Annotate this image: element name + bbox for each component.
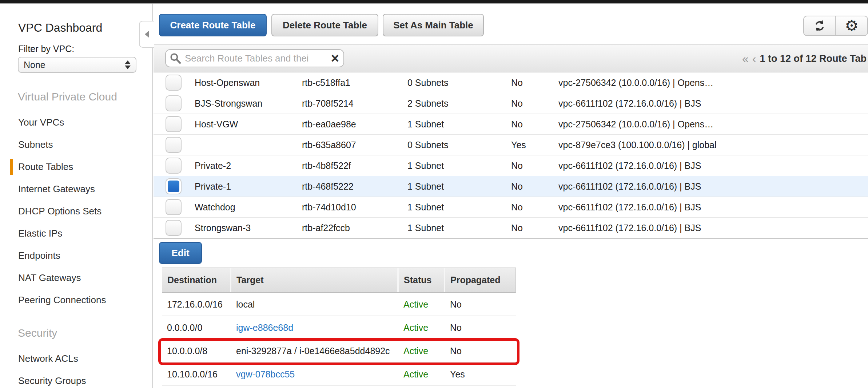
filter-by-vpc-label: Filter by VPC: (18, 44, 74, 54)
route-row[interactable]: 0.0.0.0/0igw-e886e68dActiveNo (162, 316, 516, 340)
select-arrows-icon (125, 60, 131, 69)
route-table-row[interactable]: rtb-635a86070 SubnetsYesvpc-879e7ce3 (10… (154, 135, 868, 155)
sidebar-item-security-groups[interactable]: Security Groups (0, 370, 152, 388)
sidebar-item-subnets[interactable]: Subnets (0, 134, 152, 156)
set-as-main-table-button[interactable]: Set As Main Table (383, 14, 484, 36)
route-table-row[interactable]: Strongswan-3rtb-af22fccb1 SubnetNovpc-66… (154, 218, 868, 239)
row-checkbox[interactable] (166, 178, 182, 194)
row-checkbox[interactable] (166, 220, 182, 236)
cell-destination: 0.0.0.0/0 (162, 322, 231, 333)
sidebar-item-endpoints[interactable]: Endpoints (0, 245, 152, 267)
cell-main-flag: No (511, 78, 558, 88)
cell-status: Active (398, 322, 445, 333)
cell-target[interactable]: vgw-078bcc55 (231, 369, 398, 380)
cell-target: local (231, 299, 398, 310)
route-row[interactable]: 10.10.0.0/16vgw-078bcc55ActiveYes (162, 363, 516, 386)
pagination-text: 1 to 12 of 12 Route Tab (760, 53, 867, 64)
sidebar-item-network-acls[interactable]: Network ACLs (0, 348, 152, 370)
cell-main-flag: No (511, 119, 558, 130)
collapse-arrow-icon (145, 31, 149, 38)
search-icon (170, 52, 181, 64)
vpc-filter-value: None (24, 60, 45, 70)
refresh-button[interactable] (804, 16, 835, 35)
row-checkbox[interactable] (166, 95, 182, 111)
cell-propagated: No (445, 299, 516, 310)
sidebar-item-peering-connections[interactable]: Peering Connections (0, 289, 152, 311)
row-checkbox[interactable] (166, 116, 182, 132)
cell-vpc-info: vpc-6611f102 (172.16.0.0/16) | BJS (558, 223, 868, 233)
top-nav-bar (0, 0, 868, 4)
cell-route-table-id: rtb-c518ffa1 (302, 78, 407, 88)
route-table-row[interactable]: Host-Openswanrtb-c518ffa10 SubnetsNovpc-… (154, 72, 868, 93)
edit-routes-button[interactable]: Edit (159, 242, 202, 264)
sidebar-item-your-vpcs[interactable]: Your VPCs (0, 111, 152, 134)
cell-route-table-id: rtb-468f5222 (302, 181, 407, 192)
checkbox-cell (166, 220, 195, 236)
cell-name: Private-1 (195, 181, 302, 192)
sidebar-item-elastic-ips[interactable]: Elastic IPs (0, 222, 152, 245)
checkbox-cell (166, 75, 195, 91)
search-box[interactable]: × (165, 49, 344, 67)
route-table-row[interactable]: Private-2rtb-4b8f522f1 SubnetNovpc-6611f… (154, 155, 868, 176)
cell-vpc-info: vpc-6611f102 (172.16.0.0/16) | BJS (558, 98, 868, 109)
cell-name: Private-2 (195, 161, 302, 171)
list-actions-group: ⚙ (803, 16, 868, 36)
sidebar-item-nat-gateways[interactable]: NAT Gateways (0, 267, 152, 289)
prev-page-button[interactable]: ‹ (752, 52, 756, 66)
route-table-row[interactable]: Host-VGWrtb-ea0ae98e1 SubnetNovpc-275063… (154, 114, 868, 135)
route-table-row[interactable]: Private-1rtb-468f52221 SubnetNovpc-6611f… (154, 176, 868, 197)
cell-propagated: No (445, 322, 516, 333)
page-title: VPC Dashboard (18, 21, 102, 35)
route-row[interactable]: 10.0.0.0/8eni-3292877a / i-0e1466e8a5dd4… (162, 340, 516, 363)
cell-vpc-info: vpc-879e7ce3 (100.100.0.0/16) | global (558, 140, 868, 150)
cell-main-flag: No (511, 98, 558, 109)
routes-table-body: 172.16.0.0/16localActiveNo0.0.0.0/0igw-e… (162, 293, 516, 386)
sidebar-item-route-tables[interactable]: Route Tables (0, 156, 152, 178)
cell-main-flag: No (511, 181, 558, 192)
sidebar-item-dhcp-options-sets[interactable]: DHCP Options Sets (0, 200, 152, 222)
sidebar-item-internet-gateways[interactable]: Internet Gateways (0, 178, 152, 200)
cell-destination: 172.16.0.0/16 (162, 299, 231, 310)
checkbox-cell (166, 95, 195, 111)
cell-target[interactable]: igw-e886e68d (231, 322, 398, 333)
create-route-table-button[interactable]: Create Route Table (159, 14, 267, 36)
first-page-button[interactable]: « (742, 52, 749, 66)
vpc-filter-select[interactable]: None (18, 57, 136, 73)
cell-destination: 10.0.0.0/8 (162, 346, 231, 356)
row-checkbox[interactable] (166, 158, 182, 174)
settings-button[interactable]: ⚙ (835, 16, 867, 35)
cell-name: Host-Openswan (195, 78, 302, 88)
sidebar-collapse-button[interactable] (139, 21, 154, 48)
cell-subnets-count: 1 Subnet (407, 119, 511, 130)
cell-subnets-count: 1 Subnet (407, 161, 511, 171)
row-checkbox[interactable] (166, 137, 182, 153)
cell-route-table-id: rtb-708f5214 (302, 98, 407, 109)
row-checkbox[interactable] (166, 75, 182, 91)
route-row[interactable]: 172.16.0.0/16localActiveNo (162, 293, 516, 316)
cell-propagated: No (445, 346, 516, 356)
routes-detail-table: DestinationTargetStatusPropagated 172.16… (162, 268, 516, 386)
cell-subnets-count: 0 Subnets (407, 140, 511, 150)
route-table-row[interactable]: Watchdogrtb-74d10d101 SubnetNovpc-6611f1… (154, 197, 868, 218)
cell-route-table-id: rtb-635a8607 (302, 140, 407, 150)
sidebar-section-heading-virtual-private-cloud: Virtual Private Cloud (0, 90, 152, 104)
cell-vpc-info: vpc-6611f102 (172.16.0.0/16) | BJS (558, 161, 868, 171)
checkbox-cell (166, 116, 195, 132)
clear-icon[interactable]: × (330, 51, 340, 65)
route-tables-list: Host-Openswanrtb-c518ffa10 SubnetsNovpc-… (154, 72, 868, 239)
sidebar: VPC Dashboard Filter by VPC: None Virtua… (0, 4, 153, 388)
route-table-row[interactable]: BJS-Strongswanrtb-708f52142 SubnetsNovpc… (154, 93, 868, 114)
delete-route-table-button[interactable]: Delete Route Table (271, 14, 378, 36)
row-checkbox[interactable] (166, 199, 182, 215)
search-input[interactable] (184, 52, 330, 64)
cell-vpc-info: vpc-27506342 (10.0.0.0/16) | Opens… (558, 119, 868, 130)
cell-route-table-id: rtb-af22fccb (302, 223, 407, 233)
cell-subnets-count: 2 Subnets (407, 98, 511, 109)
cell-status: Active (398, 299, 445, 310)
cell-main-flag: No (511, 161, 558, 171)
checkbox-cell (166, 158, 195, 174)
cell-main-flag: Yes (511, 140, 558, 150)
sidebar-section-heading-security: Security (0, 326, 152, 340)
cell-target: eni-3292877a / i-0e1466e8a5dd4892c (231, 346, 398, 356)
cell-vpc-info: vpc-6611f102 (172.16.0.0/16) | BJS (558, 181, 868, 192)
